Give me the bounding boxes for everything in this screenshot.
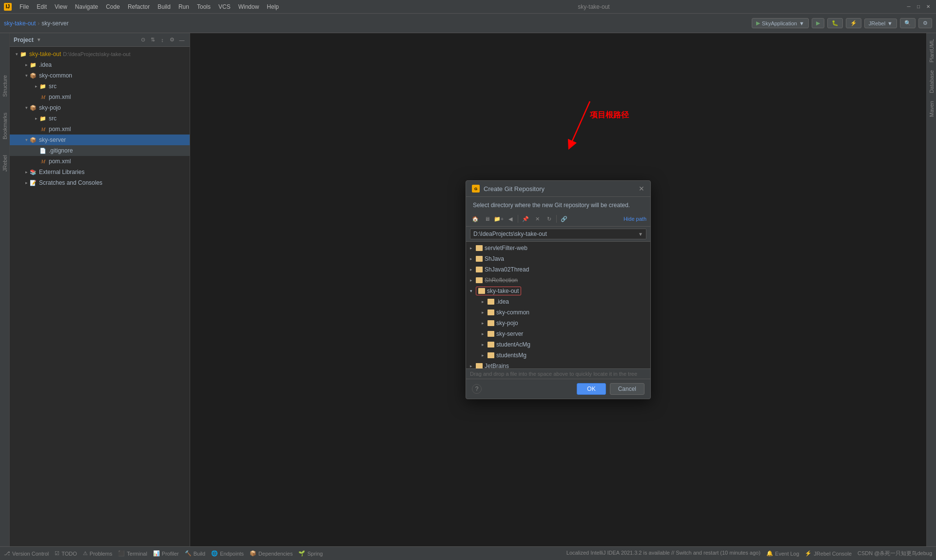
dtree-studentacmg[interactable]: ▸ studentAcMg (466, 339, 650, 350)
cancel-button[interactable]: Cancel (610, 383, 644, 395)
tree-ext-libs[interactable]: ▸ 📚 External Libraries (10, 167, 190, 177)
dtree-arrow: ▸ (482, 299, 488, 304)
dialog-home-btn[interactable]: 🏠 (470, 213, 481, 224)
dtree-sky-take-out[interactable]: ▾ sky-take-out (466, 286, 650, 296)
dtree-servletfilter[interactable]: ▸ servletFilter-web (466, 243, 650, 253)
tree-sky-common[interactable]: ▾ 📦 sky-common (10, 70, 190, 81)
panel-dropdown[interactable]: ▼ (37, 37, 41, 42)
endpoints-label: Endpoints (220, 551, 244, 557)
menu-help[interactable]: Help (263, 2, 283, 11)
menu-navigate[interactable]: Navigate (71, 2, 102, 11)
dtree-shjava02[interactable]: ▸ ShJava02Thread (466, 264, 650, 275)
path-input-field[interactable]: D:\IdeaProjects\sky-take-out ▼ (470, 229, 646, 239)
dialog-refresh-btn[interactable]: ↻ (544, 213, 554, 224)
dialog-desktop-btn[interactable]: 🖥 (482, 213, 492, 224)
structure-tab[interactable]: Structure (1, 72, 9, 100)
spring-status[interactable]: 🌱 Spring (298, 550, 323, 557)
menu-run[interactable]: Run (175, 2, 193, 11)
plantuml-tab[interactable]: PlantUML (927, 35, 936, 66)
search-button[interactable]: 🔍 (900, 18, 916, 28)
tree-skycommon-pom[interactable]: 𝑀 pom.xml (10, 92, 190, 102)
dialog-toolbar-sep2 (556, 215, 557, 223)
tree-scratches-label: Scratches and Consoles (39, 179, 102, 186)
tree-idea[interactable]: ▸ 📁 .idea (10, 59, 190, 70)
tree-skypojo-pom[interactable]: 𝑀 pom.xml (10, 124, 190, 135)
tree-sky-server[interactable]: ▾ 📦 sky-server (10, 135, 190, 145)
menu-window[interactable]: Window (234, 2, 263, 11)
dialog-delete-btn[interactable]: ✕ (532, 213, 543, 224)
minimize-button[interactable]: ─ (905, 3, 913, 11)
dtree-skycommon[interactable]: ▸ sky-common (466, 307, 650, 318)
close-button[interactable]: ✕ (924, 3, 932, 11)
tree-skycommon-src[interactable]: ▸ 📁 src (10, 81, 190, 92)
dtree-idea[interactable]: ▸ .idea (466, 296, 650, 307)
tree-sky-pojo[interactable]: ▾ 📦 sky-pojo (10, 102, 190, 113)
window-controls: ─ □ ✕ (905, 3, 932, 11)
dtree-jetbrains[interactable]: ▸ JetBrains (466, 361, 650, 368)
panel-expand-icon[interactable]: ⇅ (149, 36, 156, 44)
panel-sort-icon[interactable]: ↕ (158, 36, 166, 44)
menu-build[interactable]: Build (154, 2, 175, 11)
terminal-status[interactable]: ⬛ Terminal (118, 550, 147, 557)
menu-code[interactable]: Code (102, 2, 124, 11)
dtree-skypojo[interactable]: ▸ sky-pojo (466, 318, 650, 328)
todo-icon: ☑ (55, 550, 59, 557)
tree-skypojo-src[interactable]: ▸ 📁 src (10, 113, 190, 124)
dtree-studentsmg[interactable]: ▸ studentsMg (466, 350, 650, 361)
dtree-folder-icon (488, 299, 494, 305)
debug-button[interactable]: 🐛 (827, 18, 843, 28)
maven-tab[interactable]: Maven (927, 97, 936, 121)
profiler-status[interactable]: 📊 Profiler (153, 550, 179, 557)
tree-skyserver-pom[interactable]: 𝑀 pom.xml (10, 156, 190, 167)
hide-path-button[interactable]: Hide path (624, 216, 646, 222)
tree-skyserver-gitignore[interactable]: 📄 .gitignore (10, 145, 190, 156)
spring-label: Spring (307, 551, 323, 557)
database-tab[interactable]: Database (927, 66, 936, 97)
dtree-folder-icon (488, 309, 494, 315)
tree-root[interactable]: ▾ 📁 sky-take-out D:\IdeaProjects\sky-tak… (10, 49, 190, 59)
tree-scratches[interactable]: ▸ 📝 Scratches and Consoles (10, 177, 190, 188)
dtree-skyserver[interactable]: ▸ sky-server (466, 328, 650, 339)
todo-status[interactable]: ☑ TODO (55, 550, 77, 557)
version-control-status[interactable]: ⎇ Version Control (4, 550, 49, 557)
dtree-arrow: ▸ (470, 278, 476, 283)
jrebel-dropdown[interactable]: JRebel ▼ (864, 19, 897, 28)
menu-edit[interactable]: Edit (33, 2, 51, 11)
breadcrumb-project[interactable]: sky-take-out (4, 20, 36, 27)
menu-view[interactable]: View (51, 2, 71, 11)
coverage-button[interactable]: ⚡ (846, 18, 861, 28)
bookmarks-tab[interactable]: Bookmarks (1, 110, 9, 142)
menu-vcs[interactable]: VCS (214, 2, 234, 11)
dtree-shjava[interactable]: ▸ ShJava (466, 253, 650, 264)
jrebel-console-status[interactable]: ⚡ JRebel Console (805, 550, 852, 557)
tree-skycommon-label: sky-common (39, 72, 72, 79)
menu-refactor[interactable]: Refactor (124, 2, 154, 11)
toolbar-actions: ▶ SkyApplication ▼ ▶ 🐛 ⚡ JRebel ▼ 🔍 ⚙ (752, 18, 932, 28)
run-config-dropdown[interactable]: ▶ SkyApplication ▼ (752, 18, 809, 28)
dependencies-status[interactable]: 📦 Dependencies (250, 550, 292, 557)
endpoints-status[interactable]: 🌐 Endpoints (211, 550, 244, 557)
panel-close-icon[interactable]: — (178, 36, 186, 44)
dialog-close-button[interactable]: ✕ (639, 185, 644, 193)
settings-button[interactable]: ⚙ (918, 18, 932, 28)
maximize-button[interactable]: □ (915, 3, 922, 11)
dtree-shreflection[interactable]: ▸ ShReflection (466, 275, 650, 286)
build-status[interactable]: 🔨 Build (185, 550, 205, 557)
menu-tools[interactable]: Tools (193, 2, 214, 11)
dialog-pin-btn[interactable]: 📌 (520, 213, 531, 224)
event-log-status[interactable]: 🔔 Event Log (766, 550, 800, 557)
dialog-newfolder-btn[interactable]: 📁+ (493, 213, 504, 224)
jrebel-tab[interactable]: JRebel (1, 152, 9, 174)
problems-status[interactable]: ⚠ Problems (83, 550, 112, 557)
ok-button[interactable]: OK (577, 383, 605, 395)
run-button[interactable]: ▶ (812, 18, 824, 28)
dtree-arrow: ▸ (470, 267, 476, 272)
dialog-link-btn[interactable]: 🔗 (559, 213, 569, 224)
panel-settings-icon[interactable]: ⚙ (168, 36, 176, 44)
dtree-folder-icon (476, 245, 483, 251)
dialog-nav-btn[interactable]: ◀ (505, 213, 516, 224)
help-button[interactable]: ? (472, 384, 482, 394)
panel-scroll-icon[interactable]: ⊙ (139, 36, 147, 44)
breadcrumb-module[interactable]: sky-server (41, 20, 68, 27)
menu-file[interactable]: File (16, 2, 33, 11)
